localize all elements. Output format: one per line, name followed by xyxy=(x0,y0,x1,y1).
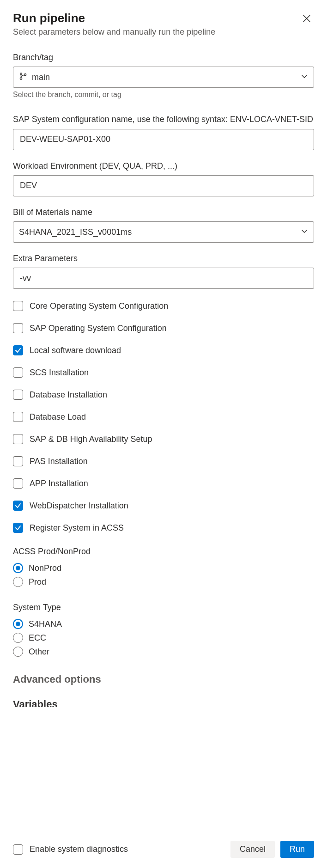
workload-env-label: Workload Environment (DEV, QUA, PRD, ...… xyxy=(13,160,314,171)
radio-circle-system-type-s4hana[interactable] xyxy=(13,619,23,629)
sap-config-label: SAP System configuration name, use the f… xyxy=(13,114,314,125)
checkbox-label-db_load: Database Load xyxy=(30,412,86,422)
radio-label-system-type-other: Other xyxy=(29,647,49,657)
radio-label-system-type-ecc: ECC xyxy=(29,633,46,643)
checkbox-box-acss_reg[interactable] xyxy=(13,523,23,533)
acss-env-group: ACSS Prod/NonProd NonProdProd xyxy=(13,547,314,589)
checkbox-label-sap_os: SAP Operating System Configuration xyxy=(30,324,167,333)
bom-label: Bill of Materials name xyxy=(13,207,314,218)
checkbox-pas[interactable]: PAS Installation xyxy=(13,456,314,466)
sap-config-input[interactable] xyxy=(19,134,308,145)
acss-env-title: ACSS Prod/NonProd xyxy=(13,547,314,556)
radio-acss-env-prod[interactable]: Prod xyxy=(13,575,314,589)
branch-label: Branch/tag xyxy=(13,52,314,63)
extra-params-input[interactable] xyxy=(19,273,308,284)
checkbox-label-local_dl: Local software download xyxy=(30,346,121,355)
checkbox-box-sap_os[interactable] xyxy=(13,323,23,333)
checkbox-label-core_os: Core Operating System Configuration xyxy=(30,301,168,311)
checkbox-sap_os[interactable]: SAP Operating System Configuration xyxy=(13,323,314,333)
parameters-scroll[interactable]: Run pipeline Select parameters below and… xyxy=(0,0,327,832)
svg-point-0 xyxy=(20,73,22,75)
checkbox-box-ha[interactable] xyxy=(13,434,23,444)
parameter-checkboxes: Core Operating System ConfigurationSAP O… xyxy=(13,301,314,533)
checkbox-box-core_os[interactable] xyxy=(13,301,23,311)
advanced-options-heading[interactable]: Advanced options xyxy=(13,673,314,685)
chevron-down-icon xyxy=(301,227,308,237)
sap-config-input-wrapper xyxy=(13,129,314,150)
branch-value: main xyxy=(32,73,50,82)
footer-bar: Enable system diagnostics Cancel Run xyxy=(0,832,327,868)
extra-params-label: Extra Parameters xyxy=(13,253,314,264)
radio-system-type-ecc[interactable]: ECC xyxy=(13,631,314,645)
bom-value: S4HANA_2021_ISS_v0001ms xyxy=(19,227,132,237)
variables-heading[interactable]: Variables xyxy=(13,698,314,707)
checkbox-box-db_load[interactable] xyxy=(13,412,23,422)
branch-icon xyxy=(19,72,27,83)
checkbox-webdisp[interactable]: WebDispatcher Installation xyxy=(13,501,314,511)
extra-params-input-wrapper xyxy=(13,268,314,289)
system-type-title: System Type xyxy=(13,603,314,612)
checkbox-box-db_install[interactable] xyxy=(13,390,23,400)
checkbox-label-pas: PAS Installation xyxy=(30,457,88,466)
radio-label-acss-env-prod: Prod xyxy=(29,577,46,587)
checkbox-core_os[interactable]: Core Operating System Configuration xyxy=(13,301,314,311)
cancel-button[interactable]: Cancel xyxy=(230,841,275,858)
system-type-group: System Type S4HANAECCOther xyxy=(13,603,314,659)
checkbox-db_install[interactable]: Database Installation xyxy=(13,390,314,400)
checkbox-label-app: APP Installation xyxy=(30,479,88,489)
diagnostics-checkbox[interactable] xyxy=(13,844,23,855)
checkbox-db_load[interactable]: Database Load xyxy=(13,412,314,422)
checkbox-ha[interactable]: SAP & DB High Availability Setup xyxy=(13,434,314,444)
diagnostics-checkbox-row[interactable]: Enable system diagnostics xyxy=(13,844,128,855)
radio-system-type-s4hana[interactable]: S4HANA xyxy=(13,617,314,631)
radio-label-acss-env-nonprod: NonProd xyxy=(29,563,61,573)
svg-point-1 xyxy=(20,78,22,79)
checkbox-local_dl[interactable]: Local software download xyxy=(13,345,314,355)
checkbox-box-local_dl[interactable] xyxy=(13,345,23,355)
page-title: Run pipeline xyxy=(13,11,215,25)
bom-select[interactable]: S4HANA_2021_ISS_v0001ms xyxy=(13,221,314,243)
checkbox-label-webdisp: WebDispatcher Installation xyxy=(30,501,128,511)
checkbox-box-webdisp[interactable] xyxy=(13,501,23,511)
checkbox-box-pas[interactable] xyxy=(13,456,23,466)
radio-circle-system-type-other[interactable] xyxy=(13,647,23,657)
workload-env-input-wrapper xyxy=(13,175,314,196)
page-subtitle: Select parameters below and manually run… xyxy=(13,27,215,37)
run-button[interactable]: Run xyxy=(280,841,314,858)
checkbox-scs[interactable]: SCS Installation xyxy=(13,367,314,378)
checkbox-app[interactable]: APP Installation xyxy=(13,478,314,489)
checkbox-label-ha: SAP & DB High Availability Setup xyxy=(30,434,152,444)
radio-circle-acss-env-prod[interactable] xyxy=(13,577,23,587)
radio-acss-env-nonprod[interactable]: NonProd xyxy=(13,561,314,575)
radio-label-system-type-s4hana: S4HANA xyxy=(29,619,62,629)
branch-select[interactable]: main xyxy=(13,67,314,88)
diagnostics-label: Enable system diagnostics xyxy=(30,844,128,854)
checkbox-box-scs[interactable] xyxy=(13,367,23,378)
checkbox-box-app[interactable] xyxy=(13,478,23,489)
checkbox-label-scs: SCS Installation xyxy=(30,368,89,378)
radio-circle-system-type-ecc[interactable] xyxy=(13,633,23,643)
checkbox-label-db_install: Database Installation xyxy=(30,390,107,400)
workload-env-input[interactable] xyxy=(19,180,308,191)
radio-circle-acss-env-nonprod[interactable] xyxy=(13,563,23,573)
checkbox-acss_reg[interactable]: Register System in ACSS xyxy=(13,523,314,533)
chevron-down-icon xyxy=(301,73,308,82)
close-button[interactable] xyxy=(299,11,314,26)
svg-point-2 xyxy=(24,73,26,75)
checkbox-label-acss_reg: Register System in ACSS xyxy=(30,523,124,533)
radio-system-type-other[interactable]: Other xyxy=(13,645,314,659)
close-icon xyxy=(302,18,311,24)
branch-helper: Select the branch, commit, or tag xyxy=(13,91,314,99)
